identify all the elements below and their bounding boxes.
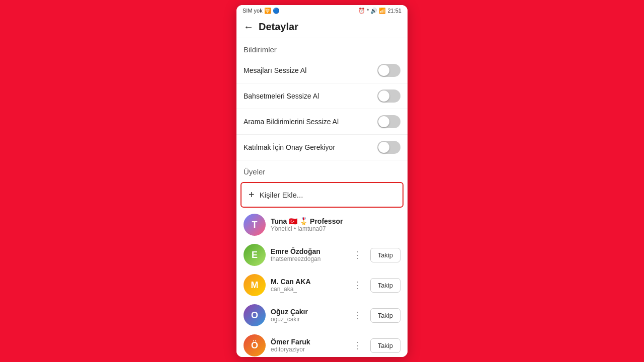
add-people-label: Kişiler Ekle...	[260, 191, 303, 199]
toggle-row-arama: Arama Bildirimlerini Sessize Al	[236, 109, 408, 135]
member-username: editoryaziyor	[271, 346, 345, 353]
header: ← Detaylar	[236, 16, 408, 38]
member-info: Tuna 🇹🇷 🎖️ Professor Yönetici • iamtuna0…	[271, 217, 400, 232]
member-username: Yönetici • iamtuna07	[271, 225, 400, 232]
status-left: SIM yok 🛜 🔵	[243, 8, 280, 14]
toggle-label-bahsetmeler: Bahsetmeleri Sessize Al	[244, 92, 319, 100]
toggle-row-mesajlar: Mesajları Sessize Al	[236, 58, 408, 83]
toggle-label-arama: Arama Bildirimlerini Sessize Al	[244, 118, 339, 126]
follow-button[interactable]: Takip	[370, 248, 400, 262]
more-options-icon[interactable]: ⋮	[350, 308, 365, 323]
member-name: Ömer Faruk	[271, 338, 345, 346]
member-username: thatsemreezdogan	[271, 255, 345, 262]
follow-button[interactable]: Takip	[370, 278, 400, 293]
avatar[interactable]: Ö	[244, 334, 266, 356]
member-info: Emre Özdoğan thatsemreezdogan	[271, 247, 345, 262]
toggle-label-mesajlar: Mesajları Sessize Al	[244, 66, 306, 74]
list-item: Ö Ömer Faruk editoryaziyor ⋮ Takip	[236, 330, 408, 357]
member-info: Ömer Faruk editoryaziyor	[271, 338, 345, 353]
phone-container: SIM yok 🛜 🔵 ⏰ * 🔊 📶 21:51 ← Detaylar Bil…	[236, 5, 408, 357]
member-username: can_aka_	[271, 286, 345, 293]
member-name: Tuna 🇹🇷 🎖️ Professor	[271, 217, 400, 225]
toggle-label-katilmak: Katılmak İçin Onay Gerekiyor	[244, 143, 335, 151]
list-item: O Oğuz Çakır oguz_cakir ⋮ Takip	[236, 300, 408, 330]
list-item: T Tuna 🇹🇷 🎖️ Professor Yönetici • iamtun…	[236, 210, 408, 240]
more-options-icon[interactable]: ⋮	[350, 278, 365, 293]
member-name: Oğuz Çakır	[271, 308, 345, 316]
toggle-mesajlar[interactable]	[377, 64, 400, 77]
avatar[interactable]: O	[244, 304, 266, 326]
toggle-row-bahsetmeler: Bahsetmeleri Sessize Al	[236, 83, 408, 109]
avatar[interactable]: E	[244, 244, 266, 266]
list-item: E Emre Özdoğan thatsemreezdogan ⋮ Takip	[236, 240, 408, 270]
avatar[interactable]: T	[244, 214, 266, 236]
follow-button[interactable]: Takip	[370, 338, 400, 353]
more-options-icon[interactable]: ⋮	[350, 247, 365, 262]
member-info: M. Can AKA can_aka_	[271, 278, 345, 293]
toggle-arama[interactable]	[377, 115, 400, 128]
toggle-bahsetmeler[interactable]	[377, 89, 400, 103]
toggle-row-katilmak: Katılmak İçin Onay Gerekiyor	[236, 135, 408, 160]
member-info: Oğuz Çakır oguz_cakir	[271, 308, 345, 323]
members-section-label: Üyeler	[236, 160, 408, 180]
content-area: Bildirimler Mesajları Sessize Al Bahsetm…	[236, 38, 408, 357]
add-people-button[interactable]: + Kişiler Ekle...	[240, 182, 404, 208]
notifications-section-label: Bildirimler	[236, 38, 408, 58]
member-name: M. Can AKA	[271, 278, 345, 286]
avatar[interactable]: M	[244, 274, 266, 296]
member-name: Emre Özdoğan	[271, 247, 345, 255]
follow-button[interactable]: Takip	[370, 308, 400, 323]
page-title: Detaylar	[259, 21, 298, 33]
list-item: M M. Can AKA can_aka_ ⋮ Takip	[236, 270, 408, 300]
back-button[interactable]: ←	[244, 21, 254, 33]
member-username: oguz_cakir	[271, 316, 345, 323]
status-right: ⏰ * 🔊 📶 21:51	[358, 8, 401, 14]
more-options-icon[interactable]: ⋮	[350, 338, 365, 353]
status-bar: SIM yok 🛜 🔵 ⏰ * 🔊 📶 21:51	[236, 5, 408, 16]
toggle-katilmak[interactable]	[377, 141, 400, 154]
add-icon: +	[249, 189, 255, 201]
